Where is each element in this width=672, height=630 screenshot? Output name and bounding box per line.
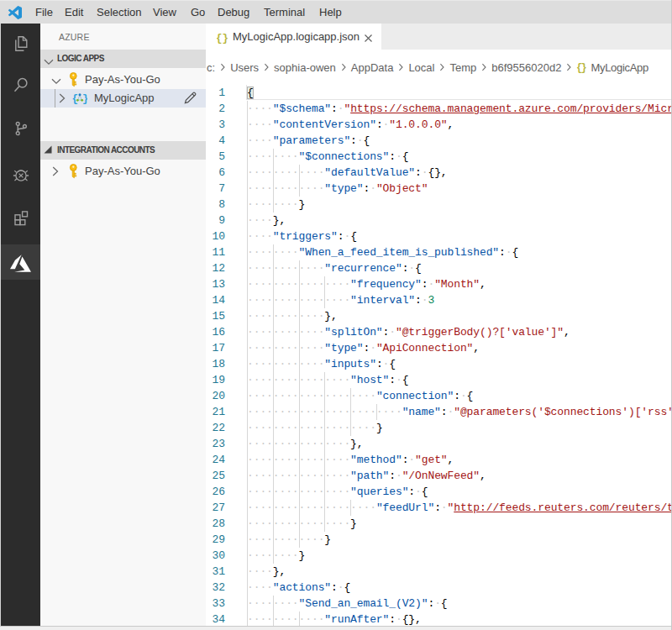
svg-text:{: { — [72, 93, 78, 104]
svg-text:}: } — [82, 93, 87, 104]
svg-text:{: { — [216, 33, 223, 45]
svg-text:}: } — [223, 33, 229, 45]
svg-text:}: } — [581, 62, 586, 73]
